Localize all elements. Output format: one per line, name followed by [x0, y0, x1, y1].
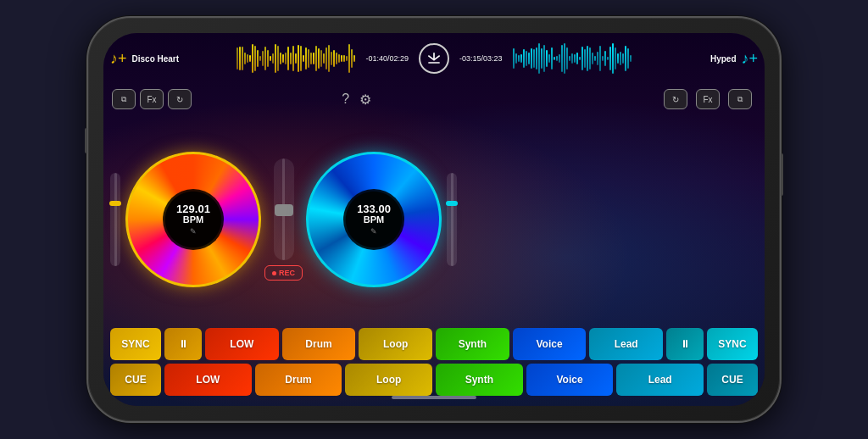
right-volume-track — [451, 173, 453, 266]
right-turntable[interactable]: 133.00 BPM ✎ — [306, 152, 442, 287]
right-bpm-value: 133.00 — [357, 203, 391, 214]
right-bpm-edit-icon[interactable]: ✎ — [370, 227, 377, 236]
sync-right-button[interactable]: SYNC — [707, 328, 758, 360]
loop-button-right[interactable]: ↻ — [664, 89, 687, 109]
left-track-info: Disco Heart — [132, 54, 231, 64]
pause-right-button[interactable]: ⏸ — [666, 328, 704, 360]
fx-button-left[interactable]: Fx — [140, 89, 164, 109]
buttons-row-2: CUE LOW Drum Loop Synth Voice Lead CUE — [110, 364, 758, 396]
drum1-button[interactable]: Drum — [282, 328, 356, 360]
voice2-button[interactable]: Voice — [526, 364, 614, 396]
controls-bar: ⧉ Fx ↻ ? ⚙ ↻ Fx — [103, 84, 765, 114]
sync-left-button[interactable]: SYNC — [110, 328, 161, 360]
phone-screen: ♪+ Disco Heart -01:40/02:29 -03:15/03:23 — [103, 33, 765, 406]
home-indicator — [392, 396, 476, 399]
left-turntable-center: 129.01 BPM ✎ — [163, 189, 224, 250]
cue-left-button[interactable]: CUE — [110, 364, 161, 396]
left-turntable[interactable]: 129.01 BPM ✎ — [125, 152, 261, 287]
lead2-button[interactable]: Lead — [616, 364, 704, 396]
drum2-button[interactable]: Drum — [255, 364, 342, 396]
add-track-right-icon[interactable]: ♪+ — [741, 50, 758, 68]
right-turntable-center: 133.00 BPM ✎ — [343, 189, 404, 250]
low2-button[interactable]: LOW — [164, 364, 252, 396]
rec-button[interactable]: REC — [264, 265, 303, 281]
eq-icon-left: ⧉ — [121, 95, 126, 104]
top-bar: ♪+ Disco Heart -01:40/02:29 -03:15/03:23 — [103, 33, 765, 84]
right-track-info: Hyped — [637, 54, 736, 64]
dj-interface: ♪+ Disco Heart -01:40/02:29 -03:15/03:23 — [103, 33, 765, 406]
center-controls-icons: ? ⚙ — [342, 92, 371, 108]
eq-button-left[interactable]: ⧉ — [112, 89, 136, 109]
low1-button[interactable]: LOW — [205, 328, 279, 360]
rec-label: REC — [279, 269, 295, 277]
fx-label-right: Fx — [703, 95, 712, 104]
fx-label-left: Fx — [147, 95, 156, 104]
pause-right-icon: ⏸ — [680, 338, 690, 350]
lead1-button[interactable]: Lead — [589, 328, 663, 360]
main-deck-area: 129.01 BPM ✎ REC — [103, 114, 765, 325]
crossfader[interactable] — [274, 158, 294, 260]
loop-icon-left: ↻ — [176, 95, 183, 104]
eq-icon-right: ⧉ — [737, 95, 743, 104]
buttons-row-1: SYNC ⏸ LOW Drum Loop Synth Voice Lead ⏸ … — [110, 328, 758, 360]
crossfader-section: REC — [264, 158, 303, 281]
crossfader-handle[interactable] — [275, 204, 293, 216]
loop-button-left[interactable]: ↻ — [168, 89, 192, 109]
left-volume-handle[interactable] — [109, 201, 121, 206]
phone-frame: ♪+ Disco Heart -01:40/02:29 -03:15/03:23 — [86, 16, 782, 423]
center-logo[interactable] — [419, 43, 449, 74]
right-time-display: -03:15/03:23 — [459, 54, 503, 63]
right-volume-slider[interactable] — [447, 173, 457, 266]
right-track-title: Hyped — [710, 54, 737, 64]
right-waveform[interactable] — [513, 40, 632, 77]
left-volume-slider[interactable] — [110, 173, 120, 266]
right-deck: 133.00 BPM ✎ — [306, 152, 457, 287]
left-deck: 129.01 BPM ✎ — [110, 152, 261, 287]
left-waveform[interactable] — [236, 40, 356, 77]
right-bpm-label: BPM — [364, 214, 384, 225]
help-icon[interactable]: ? — [342, 92, 349, 107]
left-bpm-edit-icon[interactable]: ✎ — [190, 227, 197, 236]
fx-button-right[interactable]: Fx — [696, 89, 720, 109]
eq-button-right[interactable]: ⧉ — [728, 89, 752, 109]
add-track-left-icon[interactable]: ♪+ — [110, 50, 127, 68]
settings-icon[interactable]: ⚙ — [359, 92, 371, 108]
left-bpm-value: 129.01 — [176, 203, 210, 214]
pause-left-button[interactable]: ⏸ — [164, 328, 202, 360]
loop2-button[interactable]: Loop — [345, 364, 432, 396]
synth2-button[interactable]: Synth — [436, 364, 523, 396]
pause-left-icon: ⏸ — [178, 338, 188, 350]
cue-right-button[interactable]: CUE — [707, 364, 758, 396]
voice1-button[interactable]: Voice — [513, 328, 587, 360]
left-bpm-label: BPM — [183, 214, 203, 225]
loop1-button[interactable]: Loop — [359, 328, 432, 360]
left-time-display: -01:40/02:29 — [365, 54, 409, 63]
left-track-title: Disco Heart — [132, 54, 180, 64]
right-controls: ↻ Fx ⧉ — [664, 89, 756, 109]
loop-icon-right: ↻ — [672, 95, 679, 104]
bottom-buttons: SYNC ⏸ LOW Drum Loop Synth Voice Lead ⏸ … — [103, 325, 765, 406]
right-volume-handle[interactable] — [446, 201, 458, 206]
synth1-button[interactable]: Synth — [436, 328, 509, 360]
left-volume-track — [114, 173, 117, 266]
rec-dot-icon — [272, 271, 276, 275]
